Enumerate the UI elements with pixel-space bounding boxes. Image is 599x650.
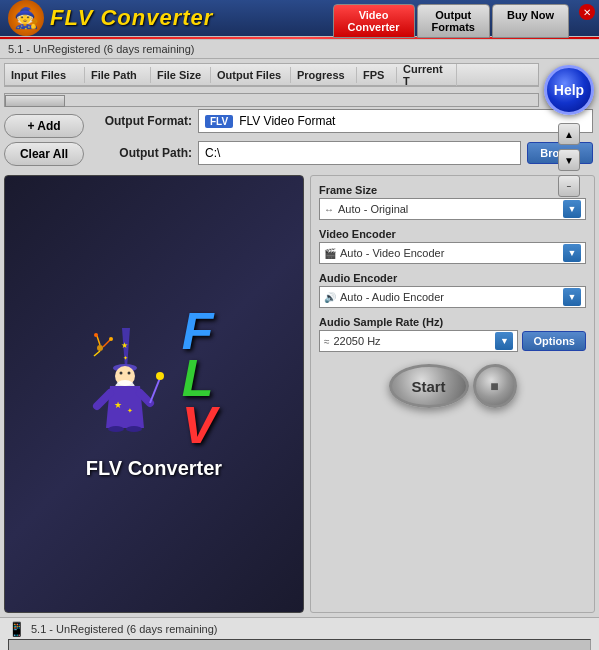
format-label: Output Format: [92, 114, 192, 128]
phone-icon: 📱 [8, 621, 25, 637]
flv-letter-l: L [182, 355, 217, 402]
video-encoder-arrow[interactable]: ▼ [563, 244, 581, 262]
col-input-files: Input Files [5, 67, 85, 83]
col-output-files: Output Files [211, 67, 291, 83]
svg-point-20 [156, 372, 164, 380]
help-button[interactable]: Help [544, 65, 594, 115]
video-encoder-group: Video Encoder 🎬 Auto - Video Encoder ▼ [319, 228, 586, 268]
audio-rate-arrow[interactable]: ▼ [495, 332, 513, 350]
svg-text:✦: ✦ [123, 355, 128, 361]
video-encoder-icon: 🎬 [324, 248, 336, 259]
audio-encoder-dropdown[interactable]: 🔊 Auto - Audio Encoder ▼ [319, 286, 586, 308]
add-button[interactable]: + Add [4, 114, 84, 138]
audio-encoder-icon: 🔊 [324, 292, 336, 303]
col-current-t: Current T [397, 63, 457, 87]
audio-rate-icon: ≈ [324, 336, 330, 347]
action-buttons: Start ■ [319, 364, 586, 408]
frame-size-icon: ↔ [324, 204, 334, 215]
col-file-path: File Path [85, 67, 151, 83]
nav-buy-now[interactable]: Buy Now [492, 4, 569, 38]
audio-rate-group: Audio Sample Rate (Hz) ≈ 22050 Hz ▼ Opti… [319, 316, 586, 354]
status-top: 5.1 - UnRegistered (6 days remaining) [0, 40, 599, 59]
table-header: Input Files File Path File Size Output F… [5, 64, 538, 86]
format-select[interactable]: FLV FLV Video Format [198, 109, 593, 133]
start-button[interactable]: Start [389, 364, 469, 408]
audio-encoder-group: Audio Encoder 🔊 Auto - Audio Encoder ▼ [319, 272, 586, 312]
nav-output-formats[interactable]: OutputFormats [417, 4, 490, 38]
stop-label: ■ [490, 378, 498, 394]
frame-size-arrow[interactable]: ▼ [563, 200, 581, 218]
flv-letters: F L V [182, 308, 217, 448]
scroll-collapse-button[interactable]: − [558, 175, 580, 197]
stop-button[interactable]: ■ [473, 364, 517, 408]
options-row: ≈ 22050 Hz ▼ Options [319, 330, 586, 352]
help-label: Help [554, 82, 584, 98]
svg-line-3 [94, 351, 100, 356]
title-bar: 🧙 FLV Converter VideoConverter OutputFor… [0, 0, 599, 36]
svg-text:★: ★ [121, 341, 128, 350]
right-panel: Help ▲ ▼ − [543, 63, 595, 197]
svg-point-4 [94, 333, 98, 337]
format-row: Output Format: FLV FLV Video Format [90, 109, 595, 133]
svg-point-0 [97, 345, 103, 351]
flv-letter-v: V [182, 402, 217, 449]
svg-point-13 [127, 372, 130, 375]
col-progress: Progress [291, 67, 357, 83]
svg-point-12 [119, 372, 122, 375]
col-file-size: File Size [151, 67, 211, 83]
video-encoder-value: Auto - Video Encoder [340, 247, 444, 259]
path-label: Output Path: [92, 146, 192, 160]
svg-point-22 [126, 426, 142, 432]
svg-line-17 [97, 393, 110, 406]
audio-encoder-arrow[interactable]: ▼ [563, 288, 581, 306]
format-text: FLV Video Format [239, 114, 335, 128]
video-encoder-label: Video Encoder [319, 228, 586, 240]
svg-line-1 [97, 336, 100, 345]
audio-rate-value: 22050 Hz [334, 335, 381, 347]
options-button[interactable]: Options [522, 331, 586, 351]
svg-point-21 [108, 426, 124, 432]
horizontal-scrollbar[interactable] [4, 93, 539, 107]
progress-bar-container [8, 639, 591, 650]
audio-rate-label: Audio Sample Rate (Hz) [319, 316, 586, 328]
file-table: Input Files File Path File Size Output F… [4, 63, 539, 87]
audio-encoder-value: Auto - Audio Encoder [340, 291, 444, 303]
wizard-figure: ★ ✦ ★ ✦ [92, 318, 172, 438]
svg-line-18 [140, 393, 150, 403]
status-bottom-text: 5.1 - UnRegistered (6 days remaining) [31, 623, 217, 635]
wizard-icon: 🧙 [8, 0, 44, 36]
flv-letter-f: F [182, 308, 217, 355]
status-top-text: 5.1 - UnRegistered (6 days remaining) [8, 43, 194, 55]
settings-panel: Frame Size ↔ Auto - Original ▼ Video Enc… [310, 175, 595, 613]
svg-text:★: ★ [114, 400, 122, 410]
frame-size-dropdown[interactable]: ↔ Auto - Original ▼ [319, 198, 586, 220]
svg-line-2 [103, 340, 110, 347]
nav-buttons: VideoConverter OutputFormats Buy Now [333, 4, 569, 38]
audio-rate-dropdown[interactable]: ≈ 22050 Hz ▼ [319, 330, 518, 352]
nav-video-converter[interactable]: VideoConverter [333, 4, 415, 38]
video-encoder-dropdown[interactable]: 🎬 Auto - Video Encoder ▼ [319, 242, 586, 264]
scroll-thumb [5, 95, 65, 107]
controls-bar: + Add Clear All Output Format: FLV FLV V… [4, 109, 595, 171]
scroll-down-button[interactable]: ▼ [558, 149, 580, 171]
status-bottom: 📱 5.1 - UnRegistered (6 days remaining) [0, 617, 599, 650]
audio-encoder-label: Audio Encoder [319, 272, 586, 284]
col-fps: FPS [357, 67, 397, 83]
lower-section: ★ ✦ ★ ✦ [4, 175, 595, 613]
svg-point-5 [109, 337, 113, 341]
logo-title: FLV Converter [86, 457, 222, 480]
close-button[interactable]: ✕ [579, 4, 595, 20]
svg-line-19 [150, 378, 160, 403]
frame-size-value: Auto - Original [338, 203, 408, 215]
path-input[interactable] [198, 141, 521, 165]
flv-logo-row: ★ ✦ ★ ✦ [92, 308, 217, 448]
path-row: Output Path: Browse [90, 141, 595, 165]
clear-all-button[interactable]: Clear All [4, 142, 84, 166]
logo-panel: ★ ✦ ★ ✦ [4, 175, 304, 613]
app-title: FLV Converter [50, 5, 213, 31]
svg-text:✦: ✦ [127, 407, 133, 414]
scroll-up-button[interactable]: ▲ [558, 123, 580, 145]
app-logo: 🧙 FLV Converter [8, 0, 213, 36]
content-area: Input Files File Path File Size Output F… [0, 59, 599, 617]
main-container: 5.1 - UnRegistered (6 days remaining) In… [0, 40, 599, 650]
